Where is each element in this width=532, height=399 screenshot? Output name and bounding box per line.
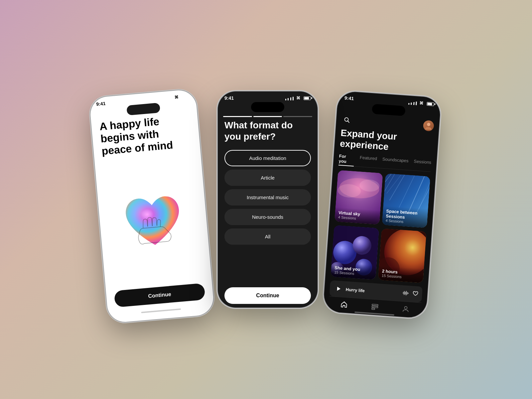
- tab-soundscapes[interactable]: Soundscapes: [382, 157, 409, 167]
- now-playing-title: Hurry life: [345, 287, 400, 295]
- card-she-and-you[interactable]: She and you 15 Sessions: [331, 225, 379, 280]
- phone-3: 9:41 ⌘: [323, 90, 441, 318]
- avatar[interactable]: [423, 120, 434, 131]
- nav-home[interactable]: [340, 301, 348, 308]
- format-option-all[interactable]: All: [224, 228, 311, 245]
- phone-2: 9:41 ⌘ What format do you prefer? Audio …: [218, 91, 318, 308]
- card-overlay-1: Virtual sky 4 Sessions: [334, 207, 380, 224]
- wifi-icon-1: ⌘: [174, 95, 179, 100]
- progress-seg-1: [223, 116, 252, 117]
- signal-icon-3: [408, 100, 417, 105]
- status-icons-1: ⌘: [163, 94, 189, 101]
- svg-rect-28: [406, 291, 407, 295]
- tab-for-you[interactable]: For you: [338, 153, 355, 166]
- format-option-audio[interactable]: Audio meditation: [224, 150, 311, 166]
- nav-browse[interactable]: [371, 303, 379, 310]
- nav-profile[interactable]: [402, 305, 409, 312]
- battery-icon-1: [182, 94, 189, 98]
- battery-icon-2: [304, 96, 311, 100]
- card-virtual-sky[interactable]: Virtual sky 4 Sessions: [334, 170, 383, 224]
- phone2-content: What format do you prefer? Audio meditat…: [218, 120, 318, 308]
- tabs-container: For you Featured Soundscapes Sessions: [338, 153, 432, 172]
- format-option-article[interactable]: Article: [224, 170, 311, 186]
- status-icons-2: ⌘: [285, 96, 311, 100]
- heart-svg: [117, 188, 190, 260]
- status-time-2: 9:41: [224, 95, 234, 101]
- svg-line-1: [347, 121, 349, 122]
- format-options-list: Audio meditation Article Instrumental mu…: [224, 150, 311, 282]
- progress-bars: [218, 115, 318, 120]
- card-overlay-2: Space between Sessions 4 Sessions: [382, 205, 428, 228]
- phone1-title: A happy life begins with peace of mind: [99, 113, 193, 157]
- dynamic-island-3: [372, 104, 406, 116]
- status-time-3: 9:41: [344, 95, 354, 101]
- tab-featured[interactable]: Featured: [359, 155, 377, 165]
- progress-seg-2: [253, 116, 282, 117]
- signal-icon-1: [163, 95, 172, 100]
- svg-point-34: [404, 306, 407, 309]
- wifi-icon-2: ⌘: [296, 96, 300, 100]
- card-space-between[interactable]: Space between Sessions 4 Sessions: [382, 173, 430, 228]
- tab-sessions[interactable]: Sessions: [413, 159, 432, 169]
- content-grid: Virtual sky 4 Sessions: [331, 170, 430, 284]
- svg-rect-29: [407, 292, 408, 294]
- format-option-instrumental[interactable]: Instrumental music: [224, 189, 311, 205]
- wifi-icon-3: ⌘: [419, 101, 424, 106]
- phone3-content: Expand your experience For you Featured …: [323, 114, 440, 315]
- status-bar-2: 9:41 ⌘: [218, 91, 318, 102]
- phone-1: 9:41 ⌘ A happy life begins with peace of…: [89, 89, 215, 323]
- now-playing-controls: [403, 290, 418, 297]
- continue-button-2[interactable]: Continue: [224, 287, 311, 304]
- svg-marker-24: [337, 287, 341, 291]
- status-time-1: 9:41: [96, 101, 106, 107]
- card-2-hours[interactable]: 2 hours 15 Sessions: [378, 228, 426, 283]
- svg-rect-31: [372, 304, 378, 306]
- format-option-neuro[interactable]: Neuro-sounds: [224, 209, 311, 225]
- app-main-title: Expand your experience: [339, 127, 433, 155]
- svg-rect-30: [408, 292, 408, 294]
- svg-rect-27: [405, 291, 406, 294]
- svg-rect-33: [372, 308, 375, 310]
- play-button[interactable]: [333, 284, 343, 294]
- phone1-content: A happy life begins with peace of mind: [91, 112, 214, 314]
- heart-illustration-container: [103, 156, 204, 291]
- dynamic-island-2: [251, 102, 284, 112]
- card-overlay-4: 2 hours 15 Sessions: [378, 265, 424, 283]
- svg-rect-25: [403, 292, 403, 294]
- heart-icon[interactable]: [413, 291, 418, 297]
- progress-seg-3: [283, 116, 312, 117]
- status-icons-3: ⌘: [408, 100, 434, 106]
- battery-icon-3: [427, 102, 434, 106]
- svg-rect-32: [372, 306, 378, 308]
- search-icon[interactable]: [341, 114, 352, 125]
- svg-rect-26: [404, 291, 405, 295]
- card-overlay-3: She and you 15 Sessions: [331, 262, 376, 280]
- waveform-icon[interactable]: [403, 290, 409, 296]
- signal-icon-2: [285, 96, 294, 100]
- format-title: What format do you prefer?: [224, 120, 311, 142]
- svg-point-2: [427, 122, 431, 126]
